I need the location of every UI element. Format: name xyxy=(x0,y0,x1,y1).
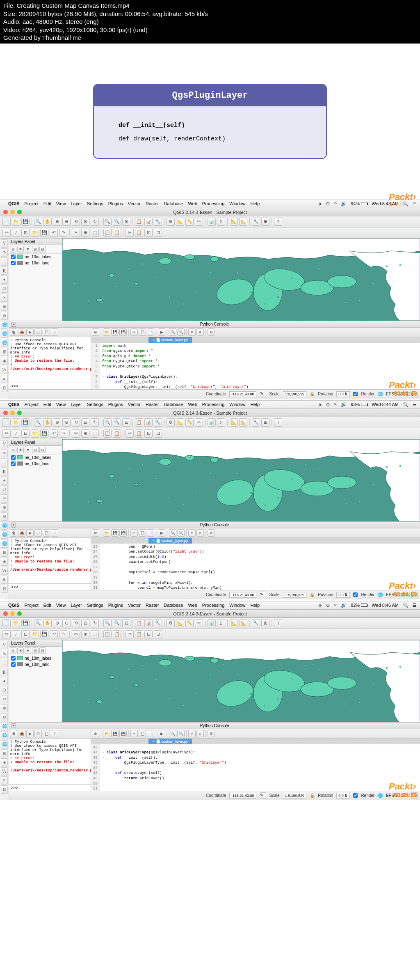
sidebar-tool-button[interactable]: 🌐 xyxy=(1,731,8,739)
sidebar-tool-button[interactable]: ⬚ xyxy=(1,458,8,466)
toolbar-button[interactable]: 📊 xyxy=(144,218,153,226)
maximize-button[interactable] xyxy=(17,611,22,616)
menu-view[interactable]: View xyxy=(56,201,66,206)
toolbar-button[interactable]: ⊡ xyxy=(154,429,162,438)
toolbar-button[interactable]: ⚙ xyxy=(167,619,175,627)
lock-icon[interactable]: 🔒 xyxy=(310,793,315,798)
toolbar-button[interactable]: ⊕ xyxy=(53,418,61,427)
toolbar-button[interactable]: ⊡ xyxy=(154,630,162,638)
toolbar-button[interactable]: 💾 xyxy=(111,730,119,737)
sidebar-tool-button[interactable]: 🌐 xyxy=(1,740,8,748)
toolbar-button[interactable]: ⊕ xyxy=(92,529,99,537)
toolbar-button[interactable]: ↻ xyxy=(91,418,99,427)
sidebar-tool-button[interactable]: ⊖ xyxy=(1,713,8,721)
toolbar-button[interactable]: 👁 xyxy=(17,447,24,453)
toolbar-button[interactable]: ⬚ xyxy=(91,229,99,237)
sidebar-tool-button[interactable]: V xyxy=(1,641,8,649)
network-icon[interactable]: ⊙ xyxy=(326,603,330,608)
toolbar-button[interactable]: 👁 xyxy=(17,246,24,252)
toolbar-button[interactable]: ▼ xyxy=(25,246,31,252)
menu-layer[interactable]: Layer xyxy=(71,402,82,407)
toolbar-button[interactable]: ⊟ xyxy=(39,647,46,654)
toolbar-button[interactable]: ✂ xyxy=(72,229,80,237)
toolbar-button[interactable]: 🔍 xyxy=(177,730,185,737)
toolbar-button[interactable]: 📋 xyxy=(103,630,112,638)
toolbar-button[interactable]: ⊡ xyxy=(154,229,162,237)
toolbar-button[interactable]: 📋 xyxy=(113,630,121,638)
map-canvas[interactable] xyxy=(62,239,420,321)
toolbar-button[interactable]: 📁 xyxy=(12,218,20,226)
toolbar-button[interactable]: 🔍 xyxy=(34,218,42,226)
toolbar-button[interactable]: 📁 xyxy=(12,619,20,627)
toolbar-button[interactable]: 🔧 xyxy=(154,418,162,427)
menu-processing[interactable]: Processing xyxy=(202,603,224,608)
toolbar-button[interactable]: ⊕ xyxy=(53,218,61,226)
menu-help[interactable]: Help xyxy=(250,201,260,206)
toolbar-button[interactable]: ↻ xyxy=(91,619,99,627)
menu-settings[interactable]: Settings xyxy=(87,402,103,407)
coord-button[interactable]: ✎ xyxy=(260,592,266,598)
toolbar-button[interactable]: 📋 xyxy=(135,218,143,226)
sidebar-tool-button[interactable]: ● xyxy=(1,476,8,484)
toolbar-button[interactable]: 📏 xyxy=(185,418,194,427)
toolbar-button[interactable]: ⊕ xyxy=(81,229,89,237)
crs-icon[interactable]: 🌐 xyxy=(378,592,383,597)
toolbar-button[interactable]: 📂 xyxy=(103,730,110,737)
toolbar-button[interactable]: 📁 xyxy=(31,630,39,638)
sidebar-tool-button[interactable]: ✎ xyxy=(1,650,8,658)
toolbar-button[interactable]: 👁 xyxy=(17,647,24,654)
toolbar-button[interactable]: 📋 xyxy=(135,630,143,638)
toolbar-button[interactable]: ⊡ xyxy=(144,429,153,438)
toolbar-button[interactable]: ✏ xyxy=(195,218,203,226)
toolbar-button[interactable]: 📐 xyxy=(176,418,184,427)
toolbar-button[interactable]: # xyxy=(196,529,204,537)
sidebar-tool-button[interactable]: 🌐 xyxy=(1,530,8,539)
toolbar-button[interactable]: ⊕ xyxy=(92,730,99,737)
toolbar-button[interactable]: ✏ xyxy=(195,418,203,427)
toolbar-button[interactable]: 📋 xyxy=(103,429,112,438)
toolbar-button[interactable]: ⊕ xyxy=(10,647,16,654)
battery-indicator[interactable]: 92% xyxy=(351,603,368,608)
maximize-button[interactable] xyxy=(17,411,22,415)
sidebar-tool-button[interactable]: 🌐 xyxy=(1,521,8,530)
battery-indicator[interactable]: 93% xyxy=(351,402,368,407)
layer-checkbox[interactable] xyxy=(11,255,16,259)
menu-settings[interactable]: Settings xyxy=(87,603,103,608)
toolbar-button[interactable]: 📐 xyxy=(176,619,184,627)
toolbar-button[interactable]: 📊 xyxy=(144,619,153,627)
toolbar-button[interactable]: ⊖ xyxy=(62,418,71,427)
menu-web[interactable]: Web xyxy=(188,603,197,608)
toolbar-button[interactable]: # xyxy=(196,730,204,737)
menu-window[interactable]: Window xyxy=(229,201,245,206)
sidebar-tool-button[interactable]: V₂ xyxy=(1,567,8,575)
layer-checkbox[interactable] xyxy=(11,261,16,265)
toolbar-button[interactable]: 🔍 xyxy=(169,529,176,537)
toolbar-button[interactable]: ▶ xyxy=(26,529,34,537)
network-icon[interactable]: ⊙ xyxy=(326,402,330,407)
menu-plugins[interactable]: Plugins xyxy=(108,201,123,206)
toolbar-button[interactable]: ⊟ xyxy=(39,447,46,453)
toolbar-button[interactable]: ⬚ xyxy=(91,429,99,438)
toolbar-button[interactable]: 💾 xyxy=(111,529,119,537)
toolbar-button[interactable]: 📂 xyxy=(103,328,110,336)
toolbar-button[interactable]: 📄 xyxy=(2,218,11,226)
toolbar-button[interactable]: 📄 xyxy=(147,730,154,737)
crs-icon[interactable]: 🌐 xyxy=(378,392,383,396)
wifi-icon[interactable]: ⌔ xyxy=(334,402,337,407)
minimize-button[interactable] xyxy=(10,611,15,616)
coord-value[interactable]: -116.21,43.80 xyxy=(229,391,256,397)
render-checkbox[interactable] xyxy=(353,392,358,396)
bluetooth-icon[interactable]: ⚹ xyxy=(318,603,322,608)
clock[interactable]: Wed 8:44 AM xyxy=(372,402,399,407)
sidebar-tool-button[interactable]: ≡ xyxy=(1,576,8,584)
toolbar-button[interactable]: ⊖ xyxy=(62,218,71,226)
toolbar-button[interactable]: 📐 xyxy=(230,218,238,226)
toolbar-button[interactable]: 💾 xyxy=(119,529,127,537)
menu-view[interactable]: View xyxy=(56,402,66,407)
sidebar-tool-button[interactable]: ⊞ xyxy=(1,749,8,757)
menu-layer[interactable]: Layer xyxy=(71,603,82,608)
menu-layer[interactable]: Layer xyxy=(71,201,82,206)
toolbar-button[interactable]: ⚙ xyxy=(208,730,215,737)
sidebar-tool-button[interactable]: ✂ xyxy=(1,494,8,503)
toolbar-button[interactable]: 📥 xyxy=(18,730,25,737)
